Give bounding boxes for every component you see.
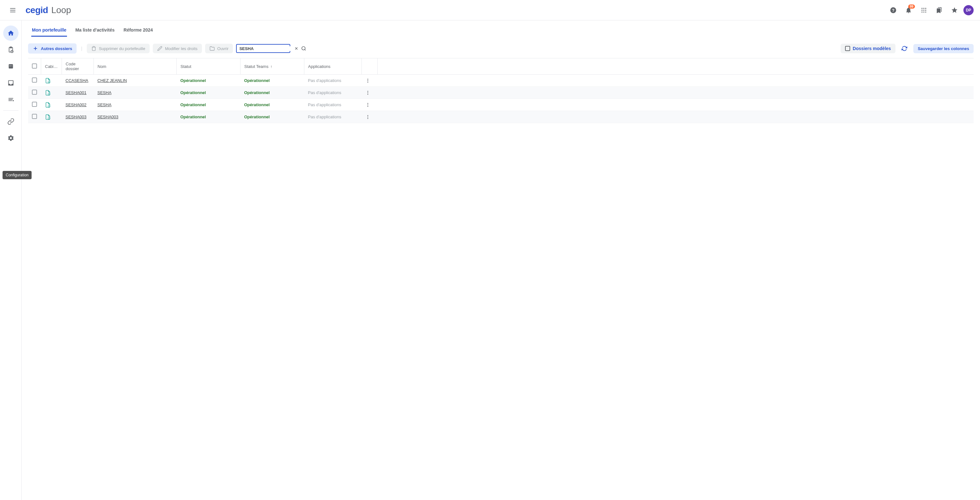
hamburger-menu-button[interactable] <box>6 4 19 17</box>
dossiers-table: Cabi… Code dossier Nom Statut Statut Tea… <box>28 58 974 123</box>
column-nom[interactable]: Nom <box>94 58 177 75</box>
help-button[interactable]: ? <box>887 4 900 17</box>
column-spacer <box>377 58 974 75</box>
sidebar-calc[interactable]: +− <box>3 59 19 74</box>
row-statut: Opérationnel <box>180 114 206 119</box>
ouvrir-button: Ouvrir <box>205 44 233 53</box>
autres-dossiers-label: Autres dossiers <box>41 46 72 51</box>
sidebar-inbox[interactable] <box>3 75 19 90</box>
autres-dossiers-button[interactable]: Autres dossiers <box>28 43 76 54</box>
toolbar-separator: | <box>80 46 84 51</box>
svg-point-6 <box>923 8 924 9</box>
column-applications[interactable]: Applications <box>304 58 361 75</box>
search-button[interactable] <box>300 46 307 51</box>
select-all-checkbox[interactable] <box>32 63 37 68</box>
column-cabi[interactable]: Cabi… <box>41 58 62 75</box>
sort-arrow-icon: ↑ <box>270 64 272 69</box>
row-more-button[interactable] <box>361 87 377 99</box>
row-more-button[interactable] <box>361 99 377 111</box>
tab-portefeuille[interactable]: Mon portefeuille <box>31 24 67 37</box>
row-checkbox[interactable] <box>32 102 37 107</box>
main-content: Mon portefeuille Ma liste d'activités Ré… <box>22 21 980 500</box>
clear-search-button[interactable] <box>293 46 300 51</box>
svg-point-27 <box>302 46 305 50</box>
row-statut-teams: Opérationnel <box>244 102 270 107</box>
row-nom-link[interactable]: SESHA <box>97 102 111 107</box>
checkbox-icon <box>845 46 850 51</box>
row-code-link[interactable]: CCASESHA <box>65 78 88 83</box>
clipboard-clock-icon <box>7 46 14 53</box>
modifier-button: Modifier les droits <box>153 44 202 53</box>
bookmarks-icon <box>936 7 942 13</box>
refresh-button[interactable] <box>899 43 910 54</box>
svg-point-22 <box>13 100 13 101</box>
sidebar-link[interactable] <box>3 114 19 129</box>
row-doc-icon-cell <box>41 75 62 87</box>
svg-point-40 <box>368 106 369 107</box>
search-box[interactable] <box>236 44 290 53</box>
row-code-link[interactable]: SESHA003 <box>65 114 86 119</box>
search-input[interactable] <box>239 46 293 51</box>
tab-activites[interactable]: Ma liste d'activités <box>75 24 115 37</box>
row-nom-link[interactable]: CHEZ JEANLIN <box>97 78 127 83</box>
more-vertical-icon <box>365 102 371 108</box>
trash-icon <box>91 46 96 51</box>
column-statut-teams[interactable]: Statut Teams↑ <box>240 58 304 75</box>
row-apps: Pas d'applications <box>308 90 341 95</box>
svg-point-36 <box>368 94 369 95</box>
svg-point-9 <box>923 10 924 11</box>
header-icons: ? 99 DP <box>887 4 974 17</box>
column-code[interactable]: Code dossier <box>62 58 94 75</box>
column-actions <box>361 58 377 75</box>
svg-line-28 <box>305 49 306 51</box>
row-checkbox[interactable] <box>32 114 37 119</box>
row-code-link[interactable]: SESHA001 <box>65 90 86 95</box>
more-vertical-icon <box>365 78 371 83</box>
svg-point-35 <box>368 92 369 93</box>
row-code-link[interactable]: SESHA002 <box>65 102 86 107</box>
svg-point-43 <box>368 116 369 117</box>
table-row: SESHA003 SESHA003 Opérationnel Opération… <box>28 111 974 123</box>
sidebar-clipboard[interactable] <box>3 42 19 57</box>
table-row: CCASESHA CHEZ JEANLIN Opérationnel Opéra… <box>28 75 974 87</box>
row-statut-teams: Opérationnel <box>244 90 270 95</box>
bookmarks-button[interactable] <box>933 4 945 17</box>
svg-text:+−: +− <box>9 64 13 68</box>
modifier-label: Modifier les droits <box>165 46 197 51</box>
sidebar-list[interactable] <box>3 92 19 107</box>
table-row: SESHA002 SESHA Opérationnel Opérationnel… <box>28 99 974 111</box>
svg-point-13 <box>925 11 926 13</box>
inbox-icon <box>7 79 14 86</box>
supprimer-button: Supprimer du portefeuille <box>87 44 150 53</box>
row-more-button[interactable] <box>361 111 377 123</box>
svg-point-11 <box>922 11 923 13</box>
tabs: Mon portefeuille Ma liste d'activités Ré… <box>28 24 974 37</box>
calculator-icon: +− <box>8 63 14 70</box>
row-checkbox[interactable] <box>32 78 37 83</box>
more-vertical-icon <box>365 90 371 95</box>
column-statut[interactable]: Statut <box>177 58 240 75</box>
star-button[interactable] <box>948 4 961 17</box>
sidebar-settings[interactable] <box>3 130 19 146</box>
brand-cegid: cegid <box>25 5 48 15</box>
tab-reforme[interactable]: Réforme 2024 <box>123 24 153 37</box>
document-icon <box>45 78 58 84</box>
svg-point-38 <box>368 103 369 104</box>
dossiers-modeles-toggle[interactable]: Dossiers modèles <box>841 44 896 53</box>
sidebar-home[interactable] <box>3 25 19 41</box>
notifications-button[interactable]: 99 <box>902 4 915 17</box>
row-more-button[interactable] <box>361 75 377 87</box>
grid-icon <box>921 7 927 13</box>
close-icon <box>294 46 299 51</box>
pencil-icon <box>157 46 162 51</box>
user-avatar[interactable]: DP <box>963 5 974 15</box>
apps-button[interactable] <box>918 4 930 17</box>
table-header-row: Cabi… Code dossier Nom Statut Statut Tea… <box>28 58 974 75</box>
svg-point-32 <box>368 82 369 83</box>
row-doc-icon-cell <box>41 111 62 123</box>
row-checkbox[interactable] <box>32 90 37 95</box>
row-nom-link[interactable]: SESHA <box>97 90 111 95</box>
sauvegarder-button[interactable]: Sauvegarder les colonnes <box>913 44 974 53</box>
row-nom-link[interactable]: SESHA003 <box>97 114 118 119</box>
svg-text:?: ? <box>892 8 894 13</box>
